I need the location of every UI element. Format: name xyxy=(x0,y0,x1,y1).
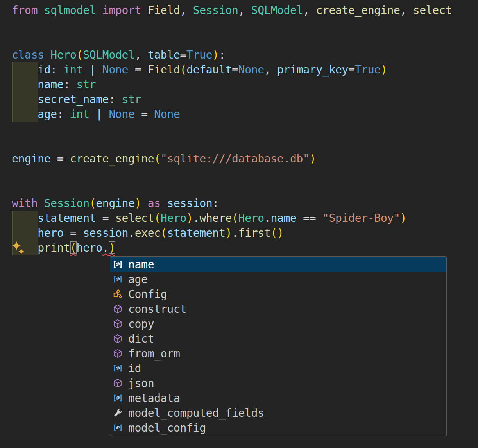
code-line-14[interactable]: with Session(engine) as session: xyxy=(12,196,219,211)
code-line-5[interactable]: id: int | None = Field(default=None, pri… xyxy=(12,62,387,77)
suggestion-label: model_computed_fields xyxy=(128,407,264,419)
suggestion-label: id xyxy=(128,362,141,375)
symbol-method-icon xyxy=(113,378,123,388)
suggestion-item-json[interactable]: json xyxy=(110,376,446,391)
symbol-method-icon xyxy=(113,304,123,314)
suggestion-item-from_orm[interactable]: from_orm xyxy=(110,346,446,361)
code-line-8[interactable]: age: int | None = None xyxy=(12,107,180,122)
code-line-16[interactable]: hero = session.exec(statement).first() xyxy=(12,226,284,241)
suggestion-label: copy xyxy=(128,318,154,330)
code-line-11[interactable]: engine = create_engine("sqlite:///databa… xyxy=(12,152,316,166)
suggestion-item-copy[interactable]: copy xyxy=(110,316,446,331)
symbol-field-icon xyxy=(113,274,123,284)
code-line-15[interactable]: statement = select(Hero).where(Hero.name… xyxy=(12,211,406,226)
suggestion-item-Config[interactable]: Config xyxy=(110,287,446,302)
sparkle-code-action-icon[interactable] xyxy=(11,241,25,255)
suggestion-item-model_computed_fields[interactable]: model_computed_fields xyxy=(110,405,446,420)
suggestion-label: name xyxy=(128,258,154,271)
symbol-field-icon xyxy=(113,259,123,270)
suggestion-label: age xyxy=(128,273,148,286)
suggestion-item-construct[interactable]: construct xyxy=(110,302,446,316)
code-line-7[interactable]: secret_name: str xyxy=(12,92,141,107)
symbol-method-icon xyxy=(113,348,123,359)
symbol-method-icon xyxy=(113,319,123,329)
suggestion-label: construct xyxy=(128,303,186,316)
code-editor: from sqlmodel import Field, Session, SQL… xyxy=(0,0,478,448)
symbol-property-icon xyxy=(113,408,123,418)
symbol-field-icon xyxy=(113,363,123,373)
code-line-17[interactable]: print(hero.) xyxy=(12,241,115,255)
suggestion-item-name[interactable]: name xyxy=(110,257,446,272)
autocomplete-widget: nameageConfigconstructcopydictfrom_ormid… xyxy=(110,256,447,436)
suggestion-label: dict xyxy=(128,332,154,345)
code-line-4[interactable]: class Hero(SQLModel, table=True): xyxy=(12,48,225,62)
suggestion-label: metadata xyxy=(128,392,180,405)
symbol-field-icon xyxy=(113,423,123,433)
suggestion-label: from_orm xyxy=(128,347,180,360)
symbol-method-icon xyxy=(113,334,123,344)
code-line-6[interactable]: name: str xyxy=(12,77,96,92)
suggestion-label: model_config xyxy=(128,421,206,434)
suggestion-label: Config xyxy=(128,288,167,301)
suggestion-item-id[interactable]: id xyxy=(110,361,446,376)
suggestion-item-dict[interactable]: dict xyxy=(110,331,446,346)
suggestion-list: nameageConfigconstructcopydictfrom_ormid… xyxy=(110,257,446,435)
symbol-class-icon xyxy=(113,289,123,299)
suggestion-item-metadata[interactable]: metadata xyxy=(110,391,446,405)
symbol-field-icon xyxy=(113,393,123,403)
suggestion-item-age[interactable]: age xyxy=(110,272,446,287)
suggestion-item-model_config[interactable]: model_config xyxy=(110,420,446,435)
suggestion-label: json xyxy=(128,377,154,390)
code-line-1[interactable]: from sqlmodel import Field, Session, SQL… xyxy=(12,3,452,18)
